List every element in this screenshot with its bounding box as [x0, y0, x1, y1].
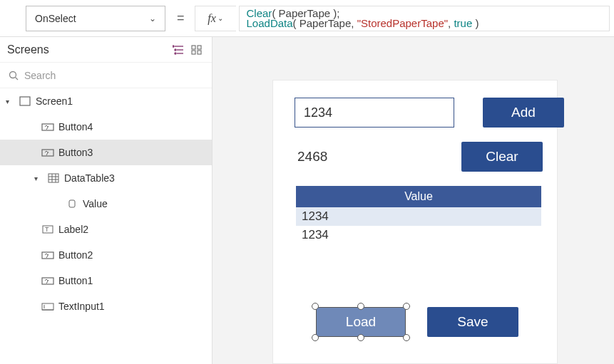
- tree-view-icon[interactable]: [170, 42, 186, 58]
- screen-icon: [19, 95, 31, 107]
- resize-handle[interactable]: [403, 303, 410, 310]
- load-button[interactable]: Load: [316, 307, 406, 337]
- resize-handle[interactable]: [357, 334, 364, 341]
- resize-handle[interactable]: [357, 303, 364, 310]
- expand-arrow-icon: ▾: [34, 175, 43, 182]
- svg-line-11: [16, 77, 19, 80]
- save-button[interactable]: Save: [427, 307, 518, 337]
- number-input[interactable]: [295, 98, 454, 128]
- formula-bar-row: OnSelect ⌄ = fx ⌄ Clear( PaperTape ); Lo…: [0, 0, 614, 37]
- screen-tree: ▾Screen1Button4Button3▾DataTable3ValueTL…: [0, 88, 212, 364]
- table-icon: [47, 172, 60, 184]
- screens-panel: Screens Search ▾Screen1Button4Button3▾Da…: [0, 37, 213, 364]
- svg-rect-20: [69, 200, 75, 207]
- app-preview: Add 2468 Clear Value 12341234 Load Save: [272, 80, 558, 364]
- tree-item-label: Button4: [58, 121, 93, 132]
- formula-input[interactable]: Clear( PaperTape ); LoadData( PaperTape,…: [239, 6, 610, 31]
- expand-arrow-icon: ▾: [6, 98, 14, 105]
- svg-rect-8: [192, 51, 195, 54]
- screens-panel-title: Screens: [7, 43, 168, 56]
- svg-rect-25: [42, 303, 53, 310]
- property-dropdown[interactable]: OnSelect ⌄: [26, 6, 165, 31]
- svg-point-10: [10, 71, 16, 78]
- tree-item-button2[interactable]: Button2: [0, 242, 212, 268]
- tree-item-label: Value: [83, 198, 108, 209]
- table-header: Value: [296, 186, 541, 207]
- search-icon: [9, 71, 19, 80]
- column-icon: [66, 198, 78, 209]
- tree-item-screen1[interactable]: ▾Screen1: [0, 88, 212, 114]
- svg-text:T: T: [45, 226, 49, 233]
- thumbnail-view-icon[interactable]: [189, 42, 205, 58]
- clear-button[interactable]: Clear: [461, 142, 543, 172]
- tree-item-label: Label2: [58, 224, 88, 235]
- resize-handle[interactable]: [312, 334, 319, 341]
- tree-item-button1[interactable]: Button1: [0, 268, 212, 293]
- tree-item-textinput1[interactable]: TextInput1: [0, 293, 212, 319]
- textinput-icon: [41, 301, 54, 312]
- equals-sign-label: =: [170, 11, 192, 26]
- svg-point-4: [175, 49, 176, 51]
- load-button-selection[interactable]: Load: [316, 307, 406, 337]
- tree-item-label: Screen1: [36, 95, 73, 107]
- add-button[interactable]: Add: [483, 98, 564, 128]
- svg-point-3: [173, 46, 174, 47]
- svg-point-5: [175, 53, 176, 54]
- tree-item-label: TextInput1: [58, 301, 105, 312]
- table-row[interactable]: 1234: [296, 207, 541, 226]
- button-icon: [41, 147, 54, 158]
- svg-rect-7: [198, 46, 201, 49]
- tree-item-label: Button1: [58, 275, 93, 286]
- chevron-down-icon: ⌄: [218, 14, 223, 22]
- tree-item-label: DataTable3: [64, 172, 115, 184]
- data-table: Value 12341234: [296, 186, 541, 244]
- button-icon: [41, 275, 54, 286]
- fx-icon: fx: [208, 12, 216, 25]
- table-row[interactable]: 1234: [296, 226, 541, 244]
- sum-label: 2468: [295, 149, 327, 165]
- resize-handle[interactable]: [403, 334, 410, 341]
- svg-rect-6: [192, 46, 195, 49]
- tree-item-label: Button3: [58, 147, 93, 158]
- resize-handle[interactable]: [312, 303, 319, 310]
- canvas[interactable]: Add 2468 Clear Value 12341234 Load Save: [213, 37, 614, 364]
- tree-item-button3[interactable]: Button3: [0, 140, 212, 165]
- button-icon: [41, 249, 54, 261]
- tree-item-label: Button2: [58, 249, 93, 261]
- search-placeholder: Search: [24, 70, 56, 81]
- tree-item-value[interactable]: Value: [0, 191, 212, 217]
- property-dropdown-value: OnSelect: [35, 13, 76, 24]
- svg-rect-15: [48, 174, 58, 182]
- svg-rect-12: [20, 97, 30, 105]
- search-input[interactable]: Search: [0, 63, 212, 88]
- label-icon: T: [41, 224, 54, 235]
- chevron-down-icon: ⌄: [149, 14, 156, 24]
- tree-item-button4[interactable]: Button4: [0, 114, 212, 140]
- fx-expand-button[interactable]: fx ⌄: [195, 6, 236, 31]
- button-icon: [41, 121, 54, 132]
- tree-item-datatable3[interactable]: ▾DataTable3: [0, 165, 212, 191]
- svg-rect-9: [198, 51, 201, 54]
- tree-item-label2[interactable]: TLabel2: [0, 217, 212, 242]
